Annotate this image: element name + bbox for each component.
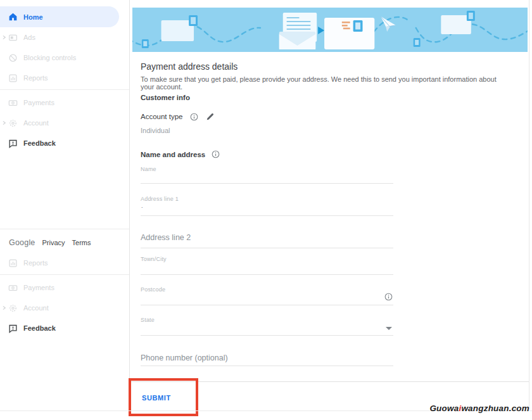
feedback-icon <box>8 324 18 333</box>
state-select[interactable] <box>141 315 393 336</box>
chevron-right-icon <box>2 306 6 310</box>
account-type-value: Individual <box>141 127 170 134</box>
watermark-suffix: wangzhuan.com <box>461 404 529 413</box>
edit-pencil-icon[interactable] <box>206 112 215 121</box>
sidebar-spacer <box>0 153 129 227</box>
account-type-row: Account type <box>141 112 215 121</box>
sidebar-item-account[interactable]: Account <box>0 113 129 133</box>
sidebar-item-label: Ads <box>23 34 35 41</box>
sidebar: Home Ads Blocking controls Reports Payme… <box>0 0 129 420</box>
info-icon[interactable] <box>212 150 220 158</box>
payments-icon <box>8 98 18 108</box>
banner-illustration <box>132 8 528 52</box>
address-line-2-underline <box>141 248 393 248</box>
state-underline <box>141 335 393 336</box>
sidebar-item-reports[interactable]: Reports <box>0 68 129 88</box>
sidebar-item-ads[interactable]: Ads <box>0 27 129 48</box>
sidebar-item-blocking-controls[interactable]: Blocking controls <box>0 48 129 68</box>
sidebar-divider <box>0 229 129 229</box>
main-content-card: Payment address details To make sure tha… <box>129 0 529 411</box>
sidebar-footer: Google Privacy Terms <box>0 231 129 251</box>
sidebar-item-feedback-2[interactable]: Feedback <box>0 318 129 338</box>
town-city-input[interactable] <box>141 254 393 276</box>
name-and-address-row: Name and address <box>141 150 220 158</box>
sidebar-item-label: Payments <box>23 99 54 106</box>
chevron-down-icon[interactable] <box>386 327 392 330</box>
sidebar-item-label: Blocking controls <box>23 54 76 61</box>
watermark: Guowaiwangzhuan.com <box>429 404 529 413</box>
watermark-prefix: Guowa <box>429 404 459 413</box>
address-line-1-underline <box>141 215 393 216</box>
feedback-icon <box>8 139 18 148</box>
page-description: To make sure that you get paid, please p… <box>141 75 508 91</box>
sidebar-item-label: Reports <box>23 259 48 267</box>
sidebar-item-label: Feedback <box>23 139 56 147</box>
gear-icon <box>8 303 18 313</box>
chevron-right-icon <box>2 35 6 40</box>
google-logo: Google <box>9 238 35 247</box>
address-line-2-input[interactable] <box>141 228 393 250</box>
customer-info-heading: Customer info <box>141 94 190 101</box>
account-type-label: Account type <box>141 113 182 120</box>
privacy-link[interactable]: Privacy <box>42 239 65 246</box>
sidebar-item-account-2[interactable]: Account <box>0 298 129 318</box>
info-icon[interactable] <box>384 293 393 301</box>
name-input[interactable] <box>141 163 393 185</box>
address-line-1-input[interactable] <box>141 195 393 217</box>
sidebar-item-label: Account <box>23 119 49 127</box>
home-icon <box>8 12 18 22</box>
chevron-right-icon <box>2 121 6 125</box>
sidebar-item-label: Payments <box>23 284 54 291</box>
payments-icon <box>8 283 18 293</box>
info-icon[interactable] <box>190 113 198 121</box>
reports-icon <box>8 258 18 268</box>
mail-illustration <box>132 8 528 52</box>
reports-icon <box>8 73 18 83</box>
ads-icon <box>8 33 18 42</box>
name-input-underline <box>141 183 393 184</box>
block-icon <box>8 53 18 63</box>
gear-icon <box>8 118 18 128</box>
town-city-underline <box>141 274 393 275</box>
sidebar-item-label: Feedback <box>23 324 56 332</box>
phone-input[interactable] <box>141 348 393 370</box>
postcode-input[interactable] <box>141 284 393 306</box>
submit-button[interactable]: SUBMIT <box>141 391 172 404</box>
sidebar-item-payments[interactable]: Payments <box>0 92 129 113</box>
sidebar-item-label: Home <box>23 13 43 21</box>
footer-divider <box>130 381 529 382</box>
sidebar-item-payments-2[interactable]: Payments <box>0 277 129 298</box>
name-and-address-heading: Name and address <box>141 151 205 158</box>
sidebar-item-label: Reports <box>23 74 48 82</box>
terms-link[interactable]: Terms <box>72 239 91 246</box>
postcode-underline <box>141 305 393 305</box>
sidebar-divider <box>0 89 129 90</box>
sidebar-item-label: Account <box>23 304 49 312</box>
phone-underline <box>141 366 393 366</box>
sidebar-item-feedback[interactable]: Feedback <box>0 133 129 153</box>
page-title: Payment address details <box>141 61 238 72</box>
sidebar-item-home[interactable]: Home <box>0 6 119 27</box>
sidebar-divider <box>0 274 129 275</box>
sidebar-item-reports-2[interactable]: Reports <box>0 253 129 273</box>
